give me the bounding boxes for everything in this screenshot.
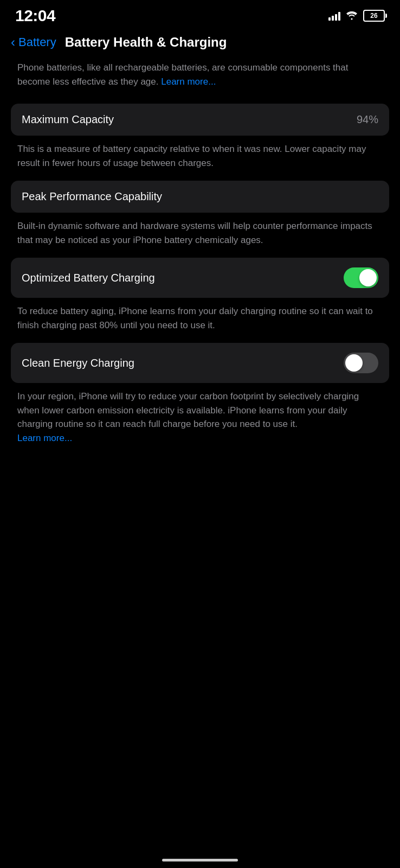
learn-more-clean-energy-link[interactable]: Learn more...: [17, 433, 72, 443]
maximum-capacity-label: Maximum Capacity: [22, 113, 114, 126]
clean-energy-toggle[interactable]: [344, 353, 378, 373]
optimized-charging-toggle[interactable]: [344, 267, 378, 288]
signal-bar-2: [332, 16, 334, 21]
maximum-capacity-card: Maximum Capacity 94%: [11, 104, 389, 136]
signal-bar-4: [338, 12, 340, 21]
intro-description: Phone batteries, like all rechargeable b…: [11, 61, 389, 88]
home-indicator: [162, 859, 238, 861]
optimized-charging-card: Optimized Battery Charging: [11, 258, 389, 298]
maximum-capacity-value: 94%: [357, 113, 378, 126]
chevron-left-icon: ‹: [11, 35, 15, 50]
toggle-knob-optimized: [359, 269, 377, 286]
back-button[interactable]: ‹ Battery: [11, 35, 56, 50]
back-label: Battery: [18, 35, 56, 49]
peak-performance-card: Peak Performance Capability: [11, 181, 389, 213]
maximum-capacity-description: This is a measure of battery capacity re…: [11, 142, 389, 170]
signal-bar-1: [328, 17, 331, 21]
toggle-slider-optimized: [344, 267, 378, 288]
clean-energy-label: Clean Energy Charging: [22, 357, 134, 369]
status-time: 12:04: [15, 7, 55, 25]
peak-performance-description: Built-in dynamic software and hardware s…: [11, 219, 389, 247]
optimized-charging-description: To reduce battery aging, iPhone learns f…: [11, 304, 389, 332]
nav-header: ‹ Battery Battery Health & Charging: [0, 29, 400, 61]
learn-more-intro-link[interactable]: Learn more...: [161, 76, 216, 87]
battery-icon: 26: [363, 10, 385, 22]
signal-bar-3: [335, 14, 337, 21]
status-bar: 12:04 26: [0, 0, 400, 29]
status-icons: 26: [328, 10, 385, 22]
optimized-charging-label: Optimized Battery Charging: [22, 272, 155, 284]
clean-energy-card: Clean Energy Charging: [11, 343, 389, 383]
peak-performance-label: Peak Performance Capability: [22, 190, 162, 203]
wifi-icon: [346, 11, 358, 20]
toggle-knob-clean: [345, 354, 363, 372]
signal-icon: [328, 11, 340, 21]
content-area: Phone batteries, like all rechargeable b…: [0, 61, 400, 445]
clean-energy-description: In your region, iPhone will try to reduc…: [11, 390, 389, 445]
page-title: Battery Health & Charging: [65, 35, 227, 50]
toggle-slider-clean: [344, 353, 378, 373]
